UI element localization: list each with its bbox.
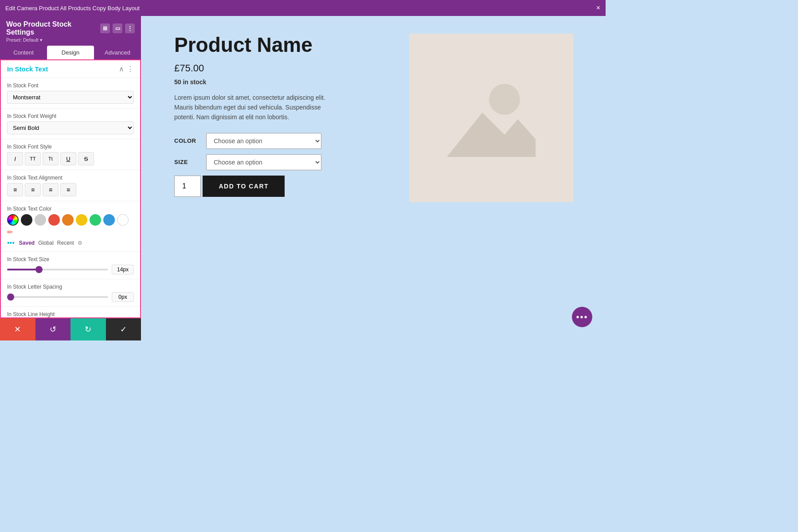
section-actions: ∧ ⋮ bbox=[119, 65, 134, 73]
letter-spacing-range-row bbox=[7, 292, 134, 302]
sidebar-title-text: Woo Product Stock Settings bbox=[6, 20, 97, 36]
line-height-label: In Stock Line Height bbox=[7, 311, 134, 317]
font-label: In Stock Font bbox=[7, 82, 134, 89]
product-image bbox=[409, 34, 573, 202]
section-header: In Stock Text ∧ ⋮ bbox=[1, 60, 140, 78]
font-select[interactable]: Montserrat Arial Roboto bbox=[7, 91, 134, 104]
quantity-input[interactable] bbox=[174, 176, 201, 197]
font-weight-row: In Stock Font Weight Semi Bold Regular B… bbox=[1, 109, 140, 139]
color-tab-global[interactable]: Global bbox=[38, 240, 54, 246]
tab-advanced[interactable]: Advanced bbox=[94, 46, 141, 59]
strikethrough-button[interactable]: S bbox=[78, 152, 94, 165]
sidebar-title-icons: ⊞ ▭ ⋮ bbox=[100, 23, 135, 33]
font-row: In Stock Font Montserrat Arial Roboto bbox=[1, 78, 140, 109]
text-size-value[interactable] bbox=[112, 265, 134, 274]
align-right-button[interactable]: ≡ bbox=[43, 183, 59, 196]
letter-spacing-value[interactable] bbox=[112, 292, 134, 302]
product-price: £75.00 bbox=[174, 63, 383, 74]
color-yellow[interactable] bbox=[76, 214, 87, 226]
undo-icon: ↺ bbox=[50, 325, 56, 334]
product-description: Lorem ipsum dolor sit amet, consectetur … bbox=[174, 93, 343, 122]
size-variant-label: SIZE bbox=[174, 159, 201, 165]
size-variant-row: SIZE Choose an option Small Medium Large bbox=[174, 154, 383, 170]
icon-responsive[interactable]: ⊞ bbox=[100, 23, 110, 33]
color-black[interactable] bbox=[21, 214, 32, 226]
line-height-row: In Stock Line Height bbox=[1, 307, 140, 318]
section-title: In Stock Text bbox=[7, 65, 48, 73]
alignment-row: In Stock Text Alignment ≡ ≡ ≡ ≡ bbox=[1, 170, 140, 201]
text-size-row: In Stock Text Size bbox=[1, 252, 140, 279]
sidebar-toolbar: ✕ ↺ ↻ ✓ bbox=[0, 318, 141, 340]
sidebar-title-row: Woo Product Stock Settings ⊞ ▭ ⋮ bbox=[6, 20, 135, 36]
letter-spacing-label: In Stock Letter Spacing bbox=[7, 284, 134, 290]
tab-content[interactable]: Content bbox=[0, 46, 47, 59]
align-justify-button[interactable]: ≡ bbox=[60, 183, 76, 196]
product-name: Product Name bbox=[174, 34, 383, 56]
title-bar: Edit Camera Product All Products Copy Bo… bbox=[0, 0, 606, 16]
sidebar-tabs: Content Design Advanced bbox=[0, 46, 141, 59]
redo-icon: ↻ bbox=[85, 325, 91, 334]
close-icon[interactable]: × bbox=[596, 4, 600, 12]
color-blue[interactable] bbox=[103, 214, 115, 226]
preset-dropdown[interactable]: Preset: Default ▾ bbox=[6, 37, 135, 43]
letter-spacing-slider[interactable] bbox=[7, 296, 108, 298]
sidebar-header: Woo Product Stock Settings ⊞ ▭ ⋮ Preset:… bbox=[0, 16, 141, 46]
color-tab-saved[interactable]: Saved bbox=[19, 240, 35, 246]
color-edit-icon[interactable]: ✏ bbox=[7, 228, 13, 236]
fab-icon: ••• bbox=[576, 312, 588, 322]
cancel-button[interactable]: ✕ bbox=[0, 318, 35, 340]
align-center-button[interactable]: ≡ bbox=[25, 183, 41, 196]
text-size-label: In Stock Text Size bbox=[7, 256, 134, 262]
title-bar-text: Edit Camera Product All Products Copy Bo… bbox=[5, 5, 140, 12]
save-icon: ✓ bbox=[120, 325, 127, 334]
color-green[interactable] bbox=[90, 214, 101, 226]
icon-layout[interactable]: ▭ bbox=[113, 23, 122, 33]
letter-spacing-row: In Stock Letter Spacing bbox=[1, 279, 140, 307]
text-size-range-row bbox=[7, 265, 134, 274]
section-collapse-icon[interactable]: ∧ bbox=[119, 65, 124, 73]
font-style-label: In Stock Font Style bbox=[7, 144, 134, 150]
color-orange[interactable] bbox=[62, 214, 74, 226]
fab-button[interactable]: ••• bbox=[572, 307, 592, 327]
text-size-slider[interactable] bbox=[7, 269, 108, 270]
font-weight-select[interactable]: Semi Bold Regular Bold bbox=[7, 121, 134, 134]
svg-point-1 bbox=[489, 84, 520, 115]
italic-button[interactable]: I bbox=[7, 152, 23, 165]
color-more-icon[interactable]: ••• bbox=[7, 239, 15, 247]
font-style-row: In Stock Font Style I TT Tt U S bbox=[1, 139, 140, 170]
color-variant-row: COLOR Choose an option Red Blue Black bbox=[174, 133, 383, 149]
color-variant-select[interactable]: Choose an option Red Blue Black bbox=[206, 133, 321, 149]
redo-button[interactable]: ↻ bbox=[70, 318, 106, 340]
product-stock: 50 in stock bbox=[174, 78, 383, 86]
color-settings-icon[interactable]: ⚙ bbox=[78, 240, 82, 246]
image-placeholder bbox=[447, 77, 536, 159]
alignment-label: In Stock Text Alignment bbox=[7, 175, 134, 181]
color-gray[interactable] bbox=[35, 214, 46, 226]
color-tabs: Saved Global Recent ⚙ bbox=[19, 240, 82, 246]
section-more-icon[interactable]: ⋮ bbox=[127, 65, 134, 73]
color-tab-recent[interactable]: Recent bbox=[57, 240, 74, 246]
color-row: In Stock Text Color ✏ ••• Saved bbox=[1, 201, 140, 252]
sidebar: Woo Product Stock Settings ⊞ ▭ ⋮ Preset:… bbox=[0, 16, 142, 340]
align-left-button[interactable]: ≡ bbox=[7, 183, 23, 196]
tab-design[interactable]: Design bbox=[47, 46, 94, 59]
undo-button[interactable]: ↺ bbox=[35, 318, 71, 340]
color-white[interactable] bbox=[117, 214, 129, 226]
cancel-icon: ✕ bbox=[14, 325, 21, 334]
size-variant-select[interactable]: Choose an option Small Medium Large bbox=[206, 154, 321, 170]
main-content: Product Name £75.00 50 in stock Lorem ip… bbox=[142, 16, 606, 340]
product-card: Product Name £75.00 50 in stock Lorem ip… bbox=[174, 34, 573, 206]
add-to-cart-button[interactable]: ADD TO CART bbox=[203, 176, 285, 197]
font-weight-label: In Stock Font Weight bbox=[7, 113, 134, 119]
color-label: In Stock Text Color bbox=[7, 206, 134, 212]
icon-more[interactable]: ⋮ bbox=[125, 23, 135, 33]
color-picker[interactable] bbox=[7, 214, 19, 226]
color-red[interactable] bbox=[48, 214, 60, 226]
sidebar-content: In Stock Text ∧ ⋮ In Stock Font Montserr… bbox=[0, 59, 141, 318]
save-button[interactable]: ✓ bbox=[106, 318, 141, 340]
underline-button[interactable]: U bbox=[60, 152, 76, 165]
color-swatches: ✏ bbox=[7, 214, 134, 236]
capitalize-button[interactable]: Tt bbox=[43, 152, 59, 165]
uppercase-button[interactable]: TT bbox=[25, 152, 41, 165]
font-style-buttons: I TT Tt U S bbox=[7, 152, 134, 165]
